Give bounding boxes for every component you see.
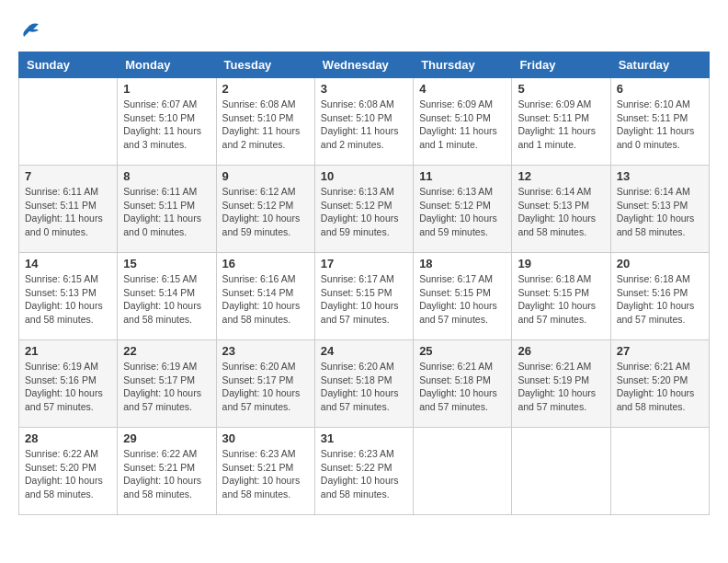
header-cell-sunday: Sunday (19, 52, 118, 78)
calendar-cell: 14Sunrise: 6:15 AMSunset: 5:13 PMDayligh… (19, 253, 118, 340)
day-info: Sunrise: 6:11 AMSunset: 5:11 PMDaylight:… (123, 185, 210, 239)
day-info: Sunrise: 6:16 AMSunset: 5:14 PMDaylight:… (222, 272, 309, 327)
calendar-cell (512, 428, 610, 515)
day-info: Sunrise: 6:20 AMSunset: 5:18 PMDaylight:… (321, 360, 407, 414)
calendar-cell: 18Sunrise: 6:17 AMSunset: 5:15 PMDayligh… (414, 253, 512, 340)
day-number: 23 (222, 344, 309, 358)
day-info: Sunrise: 6:15 AMSunset: 5:14 PMDaylight:… (123, 272, 210, 327)
day-number: 7 (25, 169, 111, 183)
day-info: Sunrise: 6:13 AMSunset: 5:12 PMDaylight:… (321, 185, 407, 239)
day-info: Sunrise: 6:21 AMSunset: 5:19 PMDaylight:… (518, 360, 604, 414)
calendar-week-4: 21Sunrise: 6:19 AMSunset: 5:16 PMDayligh… (19, 340, 710, 428)
day-number: 12 (518, 169, 604, 183)
calendar-week-2: 7Sunrise: 6:11 AMSunset: 5:11 PMDaylight… (19, 166, 710, 253)
calendar-body: 1Sunrise: 6:07 AMSunset: 5:10 PMDaylight… (19, 78, 710, 515)
day-info: Sunrise: 6:23 AMSunset: 5:21 PMDaylight:… (222, 447, 309, 501)
logo-bird-icon (20, 20, 40, 39)
calendar-cell: 8Sunrise: 6:11 AMSunset: 5:11 PMDaylight… (118, 166, 216, 253)
day-number: 22 (123, 344, 210, 358)
day-info: Sunrise: 6:18 AMSunset: 5:15 PMDaylight:… (518, 272, 604, 327)
day-info: Sunrise: 6:20 AMSunset: 5:17 PMDaylight:… (222, 360, 309, 414)
calendar-cell: 17Sunrise: 6:17 AMSunset: 5:15 PMDayligh… (314, 253, 413, 340)
day-number: 9 (222, 169, 309, 183)
calendar-cell: 5Sunrise: 6:09 AMSunset: 5:11 PMDaylight… (512, 78, 610, 166)
calendar-cell (610, 428, 709, 515)
calendar-cell: 26Sunrise: 6:21 AMSunset: 5:19 PMDayligh… (512, 340, 610, 428)
day-number: 15 (123, 257, 210, 270)
calendar-cell: 15Sunrise: 6:15 AMSunset: 5:14 PMDayligh… (118, 253, 216, 340)
calendar-cell: 13Sunrise: 6:14 AMSunset: 5:13 PMDayligh… (610, 166, 709, 253)
calendar-week-1: 1Sunrise: 6:07 AMSunset: 5:10 PMDaylight… (19, 78, 710, 166)
day-number: 31 (321, 431, 407, 445)
day-number: 11 (419, 169, 506, 183)
day-info: Sunrise: 6:19 AMSunset: 5:16 PMDaylight:… (25, 360, 111, 414)
day-info: Sunrise: 6:08 AMSunset: 5:10 PMDaylight:… (321, 98, 407, 152)
day-number: 17 (321, 257, 407, 270)
day-info: Sunrise: 6:23 AMSunset: 5:22 PMDaylight:… (321, 447, 407, 501)
day-number: 28 (25, 431, 111, 445)
calendar-cell: 3Sunrise: 6:08 AMSunset: 5:10 PMDaylight… (314, 78, 413, 166)
calendar-cell: 16Sunrise: 6:16 AMSunset: 5:14 PMDayligh… (216, 253, 314, 340)
day-info: Sunrise: 6:12 AMSunset: 5:12 PMDaylight:… (222, 185, 309, 239)
page-header (18, 18, 710, 42)
day-info: Sunrise: 6:15 AMSunset: 5:13 PMDaylight:… (25, 272, 111, 327)
day-number: 2 (222, 82, 309, 96)
calendar-cell (414, 428, 512, 515)
day-number: 20 (617, 257, 703, 270)
day-number: 29 (123, 431, 210, 445)
header-row: SundayMondayTuesdayWednesdayThursdayFrid… (19, 52, 710, 78)
day-number: 8 (123, 169, 210, 183)
day-info: Sunrise: 6:22 AMSunset: 5:20 PMDaylight:… (25, 447, 111, 501)
day-number: 10 (321, 169, 407, 183)
day-info: Sunrise: 6:09 AMSunset: 5:10 PMDaylight:… (419, 98, 506, 152)
calendar-cell: 29Sunrise: 6:22 AMSunset: 5:21 PMDayligh… (118, 428, 216, 515)
calendar-cell: 30Sunrise: 6:23 AMSunset: 5:21 PMDayligh… (216, 428, 314, 515)
calendar-cell: 28Sunrise: 6:22 AMSunset: 5:20 PMDayligh… (19, 428, 118, 515)
day-number: 3 (321, 82, 407, 96)
day-number: 25 (419, 344, 506, 358)
calendar-week-5: 28Sunrise: 6:22 AMSunset: 5:20 PMDayligh… (19, 428, 710, 515)
day-info: Sunrise: 6:14 AMSunset: 5:13 PMDaylight:… (617, 185, 703, 239)
calendar-cell: 21Sunrise: 6:19 AMSunset: 5:16 PMDayligh… (19, 340, 118, 428)
header-cell-saturday: Saturday (610, 52, 709, 78)
day-info: Sunrise: 6:10 AMSunset: 5:11 PMDaylight:… (617, 98, 703, 152)
day-number: 1 (123, 82, 210, 96)
day-info: Sunrise: 6:18 AMSunset: 5:16 PMDaylight:… (617, 272, 703, 327)
day-info: Sunrise: 6:22 AMSunset: 5:21 PMDaylight:… (123, 447, 210, 501)
day-info: Sunrise: 6:17 AMSunset: 5:15 PMDaylight:… (419, 272, 506, 327)
calendar-cell: 31Sunrise: 6:23 AMSunset: 5:22 PMDayligh… (314, 428, 413, 515)
calendar-cell: 12Sunrise: 6:14 AMSunset: 5:13 PMDayligh… (512, 166, 610, 253)
day-number: 24 (321, 344, 407, 358)
day-info: Sunrise: 6:14 AMSunset: 5:13 PMDaylight:… (518, 185, 604, 239)
day-number: 5 (518, 82, 604, 96)
day-number: 13 (617, 169, 703, 183)
calendar-cell: 25Sunrise: 6:21 AMSunset: 5:18 PMDayligh… (414, 340, 512, 428)
day-number: 18 (419, 257, 506, 270)
calendar-table: SundayMondayTuesdayWednesdayThursdayFrid… (18, 52, 710, 515)
calendar-week-3: 14Sunrise: 6:15 AMSunset: 5:13 PMDayligh… (19, 253, 710, 340)
day-number: 14 (25, 257, 111, 270)
calendar-cell: 2Sunrise: 6:08 AMSunset: 5:10 PMDaylight… (216, 78, 314, 166)
header-cell-monday: Monday (118, 52, 216, 78)
day-number: 4 (419, 82, 506, 96)
day-number: 21 (25, 344, 111, 358)
calendar-cell: 7Sunrise: 6:11 AMSunset: 5:11 PMDaylight… (19, 166, 118, 253)
calendar-cell: 24Sunrise: 6:20 AMSunset: 5:18 PMDayligh… (314, 340, 413, 428)
day-info: Sunrise: 6:13 AMSunset: 5:12 PMDaylight:… (419, 185, 506, 239)
calendar-cell: 4Sunrise: 6:09 AMSunset: 5:10 PMDaylight… (414, 78, 512, 166)
calendar-cell: 19Sunrise: 6:18 AMSunset: 5:15 PMDayligh… (512, 253, 610, 340)
day-number: 16 (222, 257, 309, 270)
day-info: Sunrise: 6:11 AMSunset: 5:11 PMDaylight:… (25, 185, 111, 239)
day-info: Sunrise: 6:21 AMSunset: 5:20 PMDaylight:… (617, 360, 703, 414)
day-number: 26 (518, 344, 604, 358)
day-number: 19 (518, 257, 604, 270)
day-info: Sunrise: 6:08 AMSunset: 5:10 PMDaylight:… (222, 98, 309, 152)
calendar-cell: 22Sunrise: 6:19 AMSunset: 5:17 PMDayligh… (118, 340, 216, 428)
calendar-cell: 6Sunrise: 6:10 AMSunset: 5:11 PMDaylight… (610, 78, 709, 166)
calendar-cell: 20Sunrise: 6:18 AMSunset: 5:16 PMDayligh… (610, 253, 709, 340)
day-info: Sunrise: 6:19 AMSunset: 5:17 PMDaylight:… (123, 360, 210, 414)
calendar-cell: 23Sunrise: 6:20 AMSunset: 5:17 PMDayligh… (216, 340, 314, 428)
day-info: Sunrise: 6:17 AMSunset: 5:15 PMDaylight:… (321, 272, 407, 327)
day-info: Sunrise: 6:09 AMSunset: 5:11 PMDaylight:… (518, 98, 604, 152)
calendar-cell (19, 78, 118, 166)
